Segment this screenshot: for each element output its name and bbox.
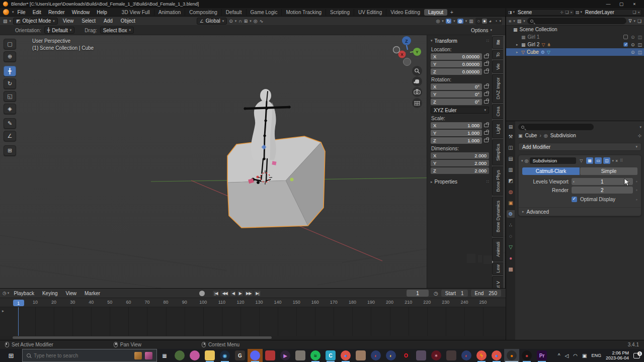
c-app-icon[interactable]: C — [323, 349, 338, 362]
current-frame-field[interactable]: 1 — [407, 290, 429, 297]
new-layer-icon[interactable]: ❏ — [632, 10, 636, 15]
steam-icon[interactable]: ◉ — [217, 349, 232, 362]
spotify-icon[interactable]: ≈ — [308, 349, 323, 362]
auto-keying-button[interactable] — [199, 291, 205, 296]
clock-icon[interactable]: ◷ — [434, 291, 438, 296]
hide-eye-icon[interactable]: ⊙ — [631, 35, 635, 40]
n-panel-tab[interactable]: Animati — [492, 238, 503, 261]
gog-icon[interactable]: G — [232, 349, 248, 362]
snap-target-icon[interactable]: ⊞ — [244, 19, 248, 24]
viewport-nav-buttons[interactable] — [412, 66, 422, 108]
hide-eye-icon[interactable]: ⊙ — [631, 50, 635, 55]
modifiers-tab[interactable]: ⚙ — [507, 210, 515, 218]
timeline-menu[interactable]: View — [62, 291, 80, 296]
minimize-button[interactable]: — — [602, 2, 615, 7]
maximize-button[interactable]: ▢ — [615, 2, 628, 7]
exclude-checkbox[interactable] — [623, 35, 628, 39]
daz-yellow-icon[interactable]: ◐ — [383, 349, 398, 362]
remove-layer-icon[interactable]: × — [637, 10, 640, 15]
outliner-row-girl-1[interactable]: ▦ Girl 1 ⊙ ◫ — [506, 33, 644, 41]
pivot-point-icon[interactable]: ⊙ — [229, 19, 233, 24]
cube-object[interactable] — [227, 136, 325, 228]
end-frame-field[interactable]: End250 — [471, 290, 501, 297]
outliner-editor-icon[interactable]: ▨ — [517, 19, 522, 24]
panel-collapse-icon[interactable]: ▾ — [431, 39, 433, 43]
expand-caret-icon[interactable]: ▸ — [516, 43, 521, 47]
view-layer-tab[interactable]: ▥ — [507, 166, 515, 173]
workspace-tab[interactable]: Animation — [154, 9, 185, 16]
workspace-tab[interactable]: Scripting — [326, 9, 354, 16]
solid-shading[interactable]: ● — [482, 19, 487, 24]
dimension-field[interactable]: Z2.000 — [431, 167, 489, 174]
advanced-subpanel[interactable]: ▸ Advanced — [519, 207, 641, 216]
daz-red-icon[interactable]: ◐ — [368, 349, 383, 362]
wireframe-shading[interactable]: ○ — [476, 19, 481, 24]
lock-icon[interactable] — [484, 85, 489, 88]
network-icon[interactable]: ▣ — [582, 353, 587, 358]
n-panel-tab[interactable]: Shortcut V — [492, 276, 503, 288]
taskbar-clock[interactable]: 2:06 PM 2023-06-04 — [606, 350, 629, 360]
disable-render-icon[interactable]: ◫ — [637, 42, 642, 47]
timeline-scrollbar[interactable] — [13, 336, 272, 339]
opera-icon[interactable]: O — [398, 349, 414, 362]
outliner-row-girl-2[interactable]: ▸ ▦ Girl 2 ▽ ⋔ ⊙ ◫ — [506, 41, 644, 48]
n-panel-tab[interactable]: Bone Phys — [492, 166, 503, 196]
topbar-menu[interactable]: File — [14, 10, 29, 15]
disable-render-icon[interactable]: ◫ — [637, 35, 642, 40]
rendered-shading[interactable]: ◔ — [494, 19, 498, 24]
topbar-menu[interactable]: Render — [45, 10, 68, 15]
new-scene-icon[interactable]: ❏ — [565, 10, 569, 15]
edit-mode-display-toggle[interactable]: ▽ — [578, 157, 585, 164]
lock-icon[interactable] — [484, 124, 489, 127]
outliner-display-mode-icon[interactable]: ≡ — [509, 19, 511, 24]
red-app-icon[interactable] — [263, 349, 278, 362]
cage-display-toggle[interactable]: ▦ — [586, 157, 593, 164]
black-red-app-icon[interactable]: ● — [519, 349, 534, 362]
timeline-menu[interactable]: Playback — [10, 291, 38, 296]
scale-tool[interactable]: ◱ — [4, 91, 16, 102]
cursor-tool[interactable]: ⊕ — [4, 51, 16, 62]
workspace-tab[interactable]: UV Editing — [354, 9, 386, 16]
workspace-tab[interactable]: 3D View Full — [118, 9, 154, 16]
language-indicator[interactable]: ENG — [591, 353, 601, 358]
discord-icon[interactable] — [248, 349, 263, 362]
exclude-checkbox[interactable] — [623, 42, 628, 47]
pin-icon[interactable]: ⊹ — [637, 133, 641, 138]
render-levels-field[interactable]: 2 — [572, 187, 633, 194]
properties-search[interactable] — [518, 124, 594, 130]
animate-decorator-icon[interactable]: ◦ — [636, 197, 637, 202]
n-panel-tab[interactable]: To — [492, 50, 503, 59]
delete-modifier-icon[interactable]: × — [615, 158, 618, 163]
lock-icon[interactable] — [484, 131, 489, 135]
world-tab[interactable]: ◍ — [507, 188, 515, 196]
artwork-app-icon[interactable] — [414, 349, 429, 362]
media-player-icon[interactable]: ▶ — [278, 349, 293, 362]
transform-tool[interactable]: ◈ — [4, 104, 16, 114]
optimal-display-checkbox[interactable] — [572, 197, 577, 202]
location-field[interactable]: Z0.00000 — [431, 68, 482, 75]
blender-taskbar-icon[interactable]: ● — [504, 349, 519, 362]
pink-app-icon[interactable] — [187, 349, 202, 362]
daz-red-2-icon[interactable]: ◐ — [459, 349, 474, 362]
render-layer-selector[interactable]: RenderLayer ❏ × — [583, 9, 642, 16]
n-panel-tab[interactable]: Crea — [492, 104, 503, 119]
particles-tab[interactable]: ∴ — [507, 221, 515, 229]
portrait2-app-icon[interactable] — [444, 349, 459, 362]
prev-keyframe-button[interactable]: ◀◀ — [220, 291, 228, 296]
file-explorer-icon[interactable] — [202, 349, 217, 362]
algorithm-segment[interactable]: Simple — [580, 167, 637, 175]
location-field[interactable]: X0.00000 — [431, 53, 482, 60]
scene-tab[interactable]: ◩ — [507, 177, 515, 185]
hide-eye-icon[interactable]: ⊙ — [631, 42, 635, 47]
rotate-tool[interactable]: ↻ — [4, 78, 16, 89]
play-button[interactable]: ▶ — [237, 291, 243, 296]
timeline-ruler[interactable]: 1 10203040506070809010011012013014015016… — [0, 298, 506, 307]
lock-icon[interactable] — [484, 55, 489, 58]
output-tab[interactable]: ▤ — [507, 155, 515, 162]
timeline-tracks[interactable]: ▸ — [0, 307, 506, 336]
rotation-mode-dropdown[interactable]: XYZ Euler▾ — [431, 107, 489, 114]
breadcrumb-object[interactable]: Cube — [525, 133, 537, 138]
properties-editor-icon[interactable]: ▤ — [509, 124, 513, 129]
show-object-types-icon[interactable]: ◎ — [436, 19, 440, 24]
modifier-extras-icon[interactable]: ▾ — [612, 159, 614, 163]
